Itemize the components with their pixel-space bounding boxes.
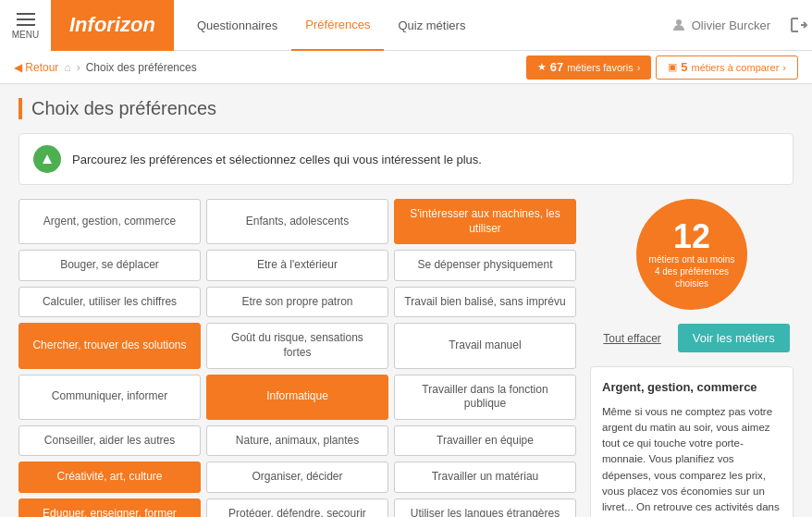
breadcrumb-bar: ◀ Retour ⌂ › Choix des préférences ★ 67 … [0,51,812,84]
description-box: Argent, gestion, commerce Même si vous n… [590,366,794,517]
breadcrumb-current: Choix des préférences [86,61,197,74]
pref-btn-communiquer[interactable]: Communiquer, informer [18,375,201,420]
page-content: Choix des préférences Parcourez les préf… [0,84,812,517]
favorites-label: métiers favoris [567,62,634,73]
user-icon [671,18,686,32]
pref-btn-proteger[interactable]: Protéger, défendre, secourir [206,499,388,517]
star-icon: ★ [537,61,547,73]
pref-btn-organiser[interactable]: Organiser, décider [206,462,388,493]
breadcrumb-actions: ★ 67 métiers favoris › ▣ 5 métiers à com… [526,55,798,80]
compare-icon: ▣ [668,61,677,73]
preferences-grid: Argent, gestion, commerceEnfants, adoles… [18,199,576,517]
favorites-button[interactable]: ★ 67 métiers favoris › [526,55,652,80]
circle-badge: 12 métiers ont au moins 4 des préférence… [636,199,747,310]
back-link[interactable]: ◀ Retour [14,61,58,74]
pref-btn-materiau[interactable]: Travailler un matériau [394,462,576,493]
pref-btn-nature[interactable]: Nature, animaux, plantes [206,425,388,457]
home-icon[interactable]: ⌂ [64,61,70,74]
pref-btn-conseiller[interactable]: Conseiller, aider les autres [18,425,201,457]
main-layout: Argent, gestion, commerceEnfants, adoles… [18,199,794,517]
pref-btn-informatique[interactable]: Informatique [206,375,388,420]
circle-count: 12 [673,220,710,253]
menu-label: MENU [12,30,39,40]
menu-button[interactable]: MENU [0,0,51,51]
pref-btn-patron[interactable]: Etre son propre patron [206,287,388,318]
user-area: Olivier Burcker [658,18,784,32]
voir-metiers-button[interactable]: Voir les métiers [678,324,790,352]
svg-point-0 [676,19,682,25]
logout-button[interactable] [784,0,812,51]
compare-label: métiers à comparer [692,62,780,73]
nav-preferences[interactable]: Préférences [291,0,384,51]
description-title: Argent, gestion, commerce [602,378,781,397]
breadcrumb-chevron: › [77,61,80,74]
pref-btn-eduquer[interactable]: Eduquer, enseigner, former [18,499,201,517]
pref-btn-depenser[interactable]: Se dépenser physiquement [394,250,576,281]
right-panel: 12 métiers ont au moins 4 des préférence… [590,199,794,517]
breadcrumb: ◀ Retour ⌂ › Choix des préférences [14,61,197,74]
info-text: Parcourez les préférences et sélectionne… [72,153,482,166]
nav-quiz-metiers[interactable]: Quiz métiers [384,0,479,51]
info-icon [33,145,61,173]
compare-button[interactable]: ▣ 5 métiers à comparer › [656,55,798,80]
pref-btn-exterieur[interactable]: Etre à l'extérieur [206,250,388,281]
pref-btn-calculer[interactable]: Calculer, utiliser les chiffres [18,287,201,318]
compare-count: 5 [681,60,687,74]
action-row: Tout effacer Voir les métiers [590,324,794,352]
pref-btn-creativite[interactable]: Créativité, art, culture [18,462,201,493]
pref-btn-machines[interactable]: S'intéresser aux machines, les utiliser [394,199,576,244]
chevron-right-icon2: › [782,62,786,73]
circle-text1: métiers ont au moins 4 des préférences c… [640,253,744,289]
logo: Inforizon [69,13,155,37]
page-title-bar: Choix des préférences [18,98,794,119]
pref-btn-travail-bali[interactable]: Travail bien balisé, sans imprévu [394,287,576,318]
header: MENU Inforizon Questionnaires Préférence… [0,0,812,51]
clear-button[interactable]: Tout effacer [594,324,670,352]
preferences-panel: Argent, gestion, commerceEnfants, adoles… [18,199,576,517]
main-nav: Questionnaires Préférences Quiz métiers [183,0,658,51]
pref-btn-enfants[interactable]: Enfants, adolescents [206,199,388,244]
pref-btn-bouger[interactable]: Bouger, se déplacer [18,250,201,281]
pref-btn-equipe[interactable]: Travailler en équipe [394,425,576,457]
logo-area: Inforizon [51,0,174,51]
page-title: Choix des préférences [31,98,216,119]
nav-questionnaires[interactable]: Questionnaires [183,0,291,51]
pref-btn-argent[interactable]: Argent, gestion, commerce [18,199,201,244]
description-text: Même si vous ne comptez pas votre argent… [602,404,781,518]
pref-btn-langues[interactable]: Utiliser les langues étrangères [394,499,576,517]
chevron-right-icon: › [637,62,641,73]
pref-btn-travail-manuel[interactable]: Travail manuel [394,323,576,368]
pref-btn-chercher[interactable]: Chercher, trouver des solutions [18,323,201,368]
pref-btn-fonction-pub[interactable]: Travailler dans la fonction publique [394,375,576,420]
pref-btn-gout[interactable]: Goût du risque, sensations fortes [206,323,388,368]
info-box: Parcourez les préférences et sélectionne… [18,133,794,185]
favorites-count: 67 [550,60,563,74]
user-name: Olivier Burcker [692,18,770,32]
